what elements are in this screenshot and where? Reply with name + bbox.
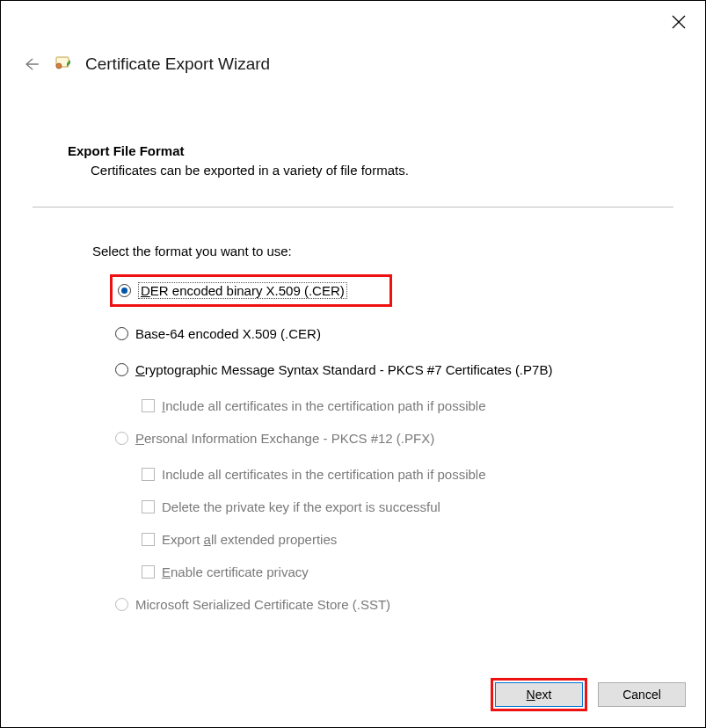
checkbox-pfx-delete-label: Delete the private key if the export is …	[162, 499, 440, 514]
page-heading: Export File Format	[68, 143, 185, 158]
next-button[interactable]: Next	[495, 682, 583, 707]
svg-point-3	[56, 63, 62, 69]
radio-sst-label: Microsoft Serialized Certificate Store (…	[135, 597, 390, 612]
button-bar: Next Cancel	[491, 678, 686, 711]
checkbox-pfx-privacy-label: Enable certificate privacy	[162, 564, 309, 579]
radio-der[interactable]	[118, 284, 131, 297]
checkbox-pfx-include	[142, 468, 155, 481]
radio-base64-label[interactable]: Base-64 encoded X.509 (.CER)	[135, 326, 321, 341]
checkbox-pfx-extended-label: Export all extended properties	[162, 532, 337, 547]
next-button-highlight: Next	[491, 678, 587, 711]
form-area: Select the format you want to use: DER e…	[92, 244, 652, 633]
radio-pfx	[115, 432, 128, 445]
close-icon[interactable]	[672, 15, 686, 29]
radio-sst	[115, 598, 128, 611]
format-prompt: Select the format you want to use:	[92, 244, 652, 258]
checkbox-pfx-extended	[142, 533, 155, 546]
checkbox-p7b-include	[142, 399, 155, 412]
checkbox-pfx-include-label: Include all certificates in the certific…	[162, 467, 486, 482]
wizard-title: Certificate Export Wizard	[85, 55, 270, 74]
option-der-highlight: DER encoded binary X.509 (.CER)	[110, 274, 392, 307]
checkbox-pfx-delete	[142, 500, 155, 513]
cancel-button[interactable]: Cancel	[598, 682, 686, 707]
radio-pfx-label: Personal Information Exchange - PKCS #12…	[135, 431, 434, 446]
page-subheading: Certificates can be exported in a variet…	[91, 163, 409, 178]
certificate-icon	[54, 55, 73, 74]
back-arrow-icon[interactable]	[20, 54, 41, 75]
radio-der-label[interactable]: DER encoded binary X.509 (.CER)	[138, 282, 347, 299]
radio-base64[interactable]	[115, 327, 128, 340]
checkbox-pfx-privacy	[142, 565, 155, 579]
radio-p7b[interactable]	[115, 363, 128, 376]
radio-p7b-label[interactable]: Cryptographic Message Syntax Standard - …	[135, 362, 552, 377]
divider	[33, 207, 673, 207]
wizard-header: Certificate Export Wizard	[20, 54, 270, 75]
checkbox-p7b-include-label: Include all certificates in the certific…	[162, 398, 486, 413]
